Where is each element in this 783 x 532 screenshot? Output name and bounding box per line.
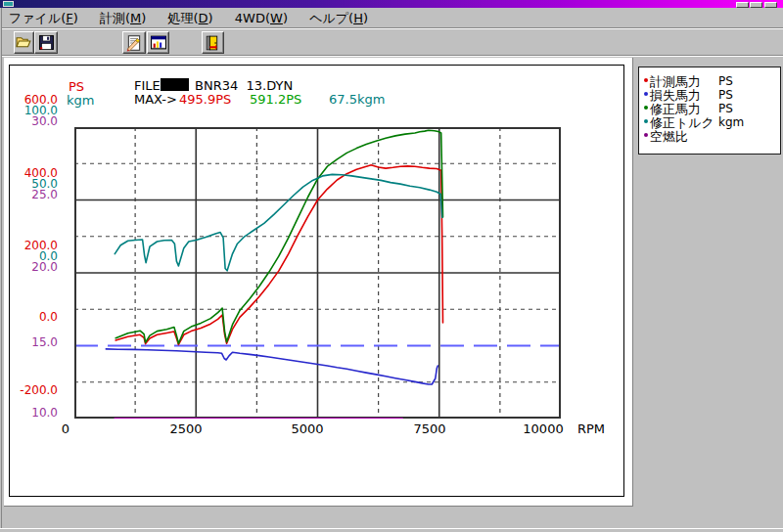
legend-dot-purple-icon — [644, 133, 648, 137]
y-tick-afr: 25.0 — [10, 190, 58, 200]
plot-svg — [74, 127, 561, 419]
max-corrected-value: 591.2PS — [250, 92, 301, 107]
x-tick: 5000 — [278, 421, 337, 436]
y-tick-afr: 20.0 — [10, 262, 58, 273]
notepad-pencil-icon — [125, 34, 143, 52]
menu-file[interactable]: ファイル(F) — [0, 8, 87, 27]
file-name: BNR34 13.DYN — [195, 78, 293, 93]
measurement-report-button[interactable] — [122, 31, 146, 54]
file-name-redaction — [161, 78, 189, 91]
floppy-disk-icon — [38, 34, 55, 51]
x-tick: 7500 — [400, 421, 459, 436]
x-axis-unit: RPM — [577, 421, 605, 436]
y-tick-afr: 30.0 — [10, 116, 58, 127]
title-bar — [0, 0, 783, 8]
menu-measure[interactable]: 計測(M) — [91, 8, 155, 27]
legend-item: 損失馬力 PS — [639, 87, 780, 100]
app-icon — [3, 1, 14, 7]
legend-item: 修正馬力 PS — [639, 101, 780, 113]
x-tick: 10000 — [514, 421, 573, 436]
menu-4wd[interactable]: 4WD(W) — [226, 9, 297, 28]
y-unit-ps-label: PS — [69, 79, 84, 94]
x-tick: 0 — [36, 421, 95, 436]
open-folder-icon — [16, 34, 32, 51]
legend-item: 計測馬力 PS — [639, 73, 780, 86]
open-file-button[interactable] — [14, 31, 34, 54]
max-torque-value: 67.5kgm — [329, 92, 385, 107]
max-label: MAX-> — [134, 92, 177, 107]
y-unit-kgm-label: kgm — [67, 93, 94, 108]
menu-bar: ファイル(F) 計測(M) 処理(D) 4WD(W) ヘルプ(H) — [0, 8, 783, 27]
menu-process[interactable]: 処理(D) — [160, 8, 222, 27]
legend-item: 修正トルク kgm — [639, 114, 780, 127]
window-left-edge — [0, 8, 2, 528]
file-label: FILE — [134, 78, 161, 93]
y-tick-ps: -200.0 — [10, 385, 58, 396]
legend-item: 空燃比 — [639, 128, 780, 141]
toolbar — [0, 27, 783, 56]
legend-dot-blue-icon — [644, 92, 648, 96]
legend-dot-green-icon — [644, 106, 648, 110]
y-tick-afr: 15.0 — [10, 337, 58, 348]
legend-box: 計測馬力 PS 損失馬力 PS 修正馬力 PS 修正トルク kgm 空燃比 — [638, 66, 781, 155]
save-file-button[interactable] — [34, 31, 58, 54]
graph-display-button[interactable] — [147, 31, 169, 54]
graph-window-icon — [150, 34, 167, 51]
y-tick-ps: 0.0 — [10, 312, 58, 323]
y-tick-afr: 10.0 — [10, 408, 58, 419]
legend-dot-teal-icon — [644, 119, 648, 123]
legend-dot-red-icon — [644, 78, 648, 82]
menu-help[interactable]: ヘルプ(H) — [300, 8, 377, 27]
x-tick: 2500 — [157, 421, 215, 436]
status-bar — [0, 528, 783, 532]
exit-button[interactable] — [202, 31, 224, 54]
exit-door-icon — [205, 34, 221, 52]
max-measured-value: 495.9PS — [179, 92, 231, 107]
toolbar-separator — [0, 55, 783, 57]
